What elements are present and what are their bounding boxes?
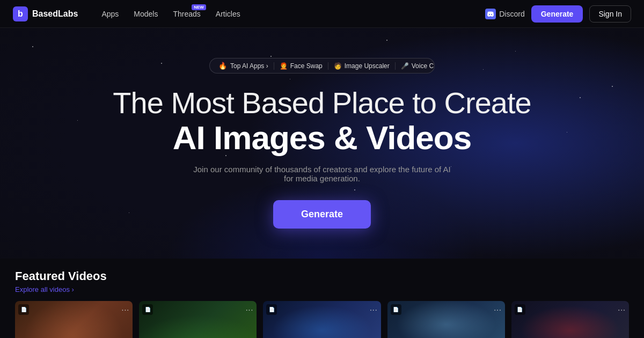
top-ai-apps-label: Top AI Apps › bbox=[230, 62, 274, 70]
video-menu-2[interactable]: ··· bbox=[246, 305, 254, 314]
featured-section: Featured Videos Explore all videos › 📄 ·… bbox=[0, 259, 644, 338]
video-card-2-top: 📄 ··· bbox=[142, 304, 253, 315]
video-card-1-top: 📄 ··· bbox=[18, 304, 129, 315]
nav-item-models[interactable]: Models bbox=[127, 6, 164, 21]
pill-voice-clone: 🎤 Voice Clone bbox=[396, 62, 435, 70]
trending-pill[interactable]: 🔥 Top AI Apps › 🧑‍🦰 Face Swap 🧑 Image Up… bbox=[209, 58, 435, 74]
video-menu-4[interactable]: ··· bbox=[494, 305, 502, 314]
voice-clone-emoji: 🎤 bbox=[401, 62, 409, 70]
video-menu-1[interactable]: ··· bbox=[122, 305, 130, 314]
video-card-1[interactable]: 📄 ··· bbox=[15, 301, 133, 338]
brand-name: BasedLabs bbox=[32, 9, 78, 19]
video-card-5-top: 📄 ··· bbox=[515, 304, 626, 315]
nav-item-articles[interactable]: Articles bbox=[209, 6, 247, 21]
video-file-icon-5: 📄 bbox=[515, 304, 525, 315]
generate-nav-button[interactable]: Generate bbox=[531, 5, 583, 23]
nav-item-apps[interactable]: Apps bbox=[95, 6, 125, 21]
hero-title-bottom: AI Images & Videos bbox=[173, 120, 471, 156]
video-card-4[interactable]: 📄 ··· bbox=[387, 301, 505, 338]
video-file-icon-1: 📄 bbox=[18, 304, 29, 315]
signin-button[interactable]: Sign In bbox=[589, 5, 631, 23]
generate-hero-button[interactable]: Generate bbox=[273, 200, 371, 229]
fire-emoji: 🔥 bbox=[218, 62, 227, 70]
video-grid: 📄 ··· 📄 ··· 📄 ··· 📄 ··· 📄 · bbox=[15, 301, 629, 338]
nav-item-threads[interactable]: Threads NEW bbox=[166, 6, 207, 21]
hero-title-top: The Most Based Place to Create bbox=[113, 86, 531, 120]
pill-image-upscaler: 🧑 Image Upscaler bbox=[328, 62, 396, 70]
hero-content: 🔥 Top AI Apps › 🧑‍🦰 Face Swap 🧑 Image Up… bbox=[113, 58, 531, 229]
video-file-icon-4: 📄 bbox=[391, 304, 401, 315]
navbar: b BasedLabs Apps Models Threads NEW Arti… bbox=[0, 0, 644, 28]
video-card-3[interactable]: 📄 ··· bbox=[263, 301, 380, 338]
video-card-2[interactable]: 📄 ··· bbox=[139, 301, 257, 338]
logo[interactable]: b BasedLabs bbox=[13, 6, 78, 21]
video-menu-5[interactable]: ··· bbox=[618, 305, 626, 314]
nav-right: Discord Generate Sign In bbox=[485, 5, 631, 23]
nav-links: Apps Models Threads NEW Articles bbox=[95, 6, 485, 21]
pill-face-swap: 🧑‍🦰 Face Swap bbox=[274, 62, 328, 70]
featured-title: Featured Videos bbox=[15, 269, 629, 283]
video-card-3-top: 📄 ··· bbox=[266, 304, 377, 315]
logo-icon: b bbox=[13, 6, 28, 21]
face-swap-emoji: 🧑‍🦰 bbox=[280, 62, 288, 70]
discord-icon bbox=[485, 9, 496, 19]
threads-new-badge: NEW bbox=[192, 4, 206, 10]
discord-label: Discord bbox=[499, 10, 524, 18]
video-file-icon-3: 📄 bbox=[266, 304, 277, 315]
video-card-5[interactable]: 📄 ··· bbox=[511, 301, 629, 338]
video-file-icon-2: 📄 bbox=[142, 304, 153, 315]
hero-subtitle: Join our community of thousands of creat… bbox=[188, 165, 456, 183]
hero-section: 🔥 Top AI Apps › 🧑‍🦰 Face Swap 🧑 Image Up… bbox=[0, 28, 644, 259]
video-menu-3[interactable]: ··· bbox=[370, 305, 378, 314]
featured-header: Featured Videos Explore all videos › bbox=[15, 269, 629, 293]
discord-button[interactable]: Discord bbox=[485, 9, 524, 19]
explore-all-link[interactable]: Explore all videos › bbox=[15, 285, 629, 293]
video-card-4-top: 📄 ··· bbox=[391, 304, 502, 315]
image-upscaler-emoji: 🧑 bbox=[334, 62, 342, 70]
